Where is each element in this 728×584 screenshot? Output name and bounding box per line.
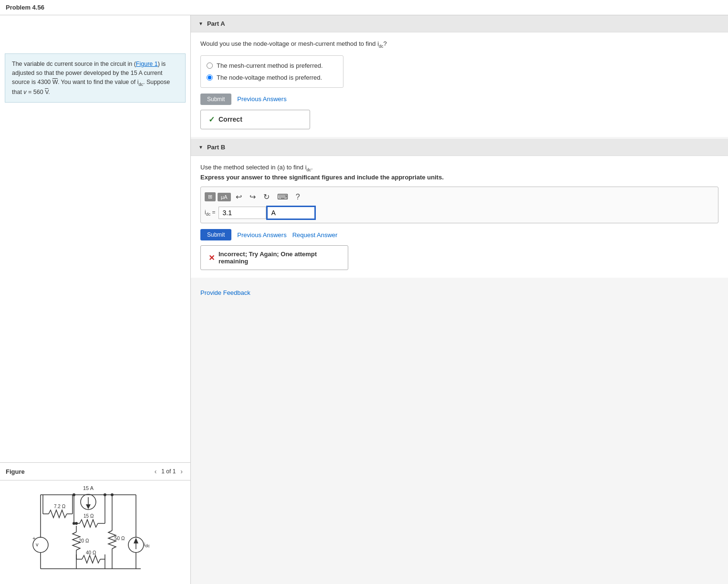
provide-feedback-link[interactable]: Provide Feedback <box>200 289 250 296</box>
svg-text:50 Ω: 50 Ω <box>114 536 125 541</box>
help-icon: ? <box>296 193 300 201</box>
refresh-tool-button[interactable]: ↻ <box>260 191 272 203</box>
part-a-question: Would you use the node-voltage or mesh-c… <box>200 40 718 49</box>
math-input-box: ⊞ μA ↩ ↪ ↻ <box>200 187 718 223</box>
part-b-content: Use the method selected in (a) to find i… <box>191 156 728 278</box>
matrix-tool-button[interactable]: ⊞ <box>205 192 216 201</box>
svg-point-46 <box>111 493 114 496</box>
part-b-request-answer-link[interactable]: Request Answer <box>292 231 338 239</box>
micro-icon: μA <box>221 194 228 200</box>
part-b-prev-answers-link[interactable]: Previous Answers <box>237 231 286 239</box>
part-a-option-1-label: The mesh-current method is preferred. <box>217 62 323 69</box>
part-a-radio-2[interactable] <box>207 74 213 81</box>
svg-text:+: + <box>32 535 35 541</box>
part-a-option-2-label: The node-voltage method is preferred. <box>217 74 322 81</box>
part-a-label: Part A <box>207 20 225 27</box>
figure-next-button[interactable]: › <box>178 467 185 476</box>
part-a-option-1[interactable]: The mesh-current method is preferred. <box>207 60 337 72</box>
part-a-content: Would you use the node-voltage or mesh-c… <box>191 32 728 137</box>
part-b-label: Part B <box>207 144 225 151</box>
undo-tool-button[interactable]: ↩ <box>233 191 245 203</box>
figure-title: Figure <box>6 468 25 475</box>
figure-header: Figure ‹ 1 of 1 › <box>0 463 190 480</box>
part-a-prev-answers-link[interactable]: Previous Answers <box>237 95 286 103</box>
figure-link[interactable]: Figure 1 <box>136 61 158 67</box>
svg-point-47 <box>75 522 78 525</box>
svg-text:15 Ω: 15 Ω <box>83 513 94 519</box>
undo-icon: ↩ <box>236 193 242 201</box>
svg-text:7.2 Ω: 7.2 Ω <box>54 504 66 509</box>
part-b-header[interactable]: ▼ Part B <box>191 139 728 156</box>
figure-pagination: 1 of 1 <box>161 468 176 475</box>
x-icon: ✕ <box>208 253 215 262</box>
part-a-chevron: ▼ <box>198 21 203 26</box>
figure-section: Figure ‹ 1 of 1 › 15 A <box>0 462 190 584</box>
keyboard-tool-button[interactable]: ⌨ <box>274 191 291 203</box>
math-unit-input[interactable] <box>267 207 315 219</box>
part-a-option-2[interactable]: The node-voltage method is preferred. <box>207 72 337 83</box>
svg-marker-3 <box>86 504 91 509</box>
part-a-section: ▼ Part A Would you use the node-voltage … <box>191 15 728 137</box>
part-a-correct-box: ✓ Correct <box>200 110 310 129</box>
part-a-header[interactable]: ▼ Part A <box>191 15 728 32</box>
svg-text:20 Ω: 20 Ω <box>79 538 89 543</box>
figure-prev-button[interactable]: ‹ <box>153 467 159 476</box>
svg-marker-39 <box>134 538 138 543</box>
part-b-question-line1: Use the method selected in (a) to find i… <box>200 164 718 172</box>
matrix-icon: ⊞ <box>208 194 212 199</box>
math-label: idc = <box>205 209 216 217</box>
part-a-radio-1[interactable] <box>207 63 213 69</box>
figure-nav: ‹ 1 of 1 › <box>153 467 185 476</box>
part-b-action-row: Submit Previous Answers Request Answer <box>200 229 718 240</box>
svg-text:v: v <box>36 542 39 547</box>
help-tool-button[interactable]: ? <box>293 191 303 203</box>
part-b-incorrect-label: Incorrect; Try Again; One attempt remain… <box>218 250 340 265</box>
part-b-submit-button[interactable]: Submit <box>200 229 231 240</box>
part-a-submit-button[interactable]: Submit <box>200 94 231 105</box>
svg-text:40 Ω: 40 Ω <box>86 550 96 555</box>
circuit-diagram: 15 A v + <box>0 480 190 584</box>
redo-icon: ↪ <box>250 193 256 201</box>
part-a-action-row: Submit Previous Answers <box>200 94 718 105</box>
right-panel: ▼ Part A Would you use the node-voltage … <box>191 15 728 584</box>
part-a-correct-label: Correct <box>218 115 242 123</box>
part-b-question-line2: Express your answer to three significant… <box>200 174 718 181</box>
problem-title: Problem 4.56 <box>6 4 44 11</box>
svg-point-45 <box>104 493 106 496</box>
left-panel: The variable dc current source in the ci… <box>0 15 191 584</box>
part-a-radio-group: The mesh-current method is preferred. Th… <box>200 55 343 88</box>
svg-point-44 <box>73 493 75 496</box>
part-b-chevron: ▼ <box>198 145 203 150</box>
svg-text:idc: idc <box>144 542 150 548</box>
math-value-input[interactable] <box>218 207 266 219</box>
problem-description: The variable dc current source in the ci… <box>5 53 186 103</box>
svg-text:15 A: 15 A <box>83 485 94 491</box>
checkmark-icon: ✓ <box>208 115 215 124</box>
refresh-icon: ↻ <box>263 193 270 201</box>
math-toolbar: ⊞ μA ↩ ↪ ↻ <box>205 191 714 203</box>
micro-tool-button[interactable]: μA <box>218 193 231 201</box>
keyboard-icon: ⌨ <box>277 193 288 201</box>
part-b-section: ▼ Part B Use the method selected in (a) … <box>191 139 728 278</box>
math-input-row: idc = <box>205 207 714 219</box>
redo-tool-button[interactable]: ↪ <box>247 191 259 203</box>
circuit-svg: 15 A v + <box>5 485 177 581</box>
page-header: Problem 4.56 <box>0 0 728 15</box>
part-b-incorrect-box: ✕ Incorrect; Try Again; One attempt rema… <box>200 245 348 270</box>
